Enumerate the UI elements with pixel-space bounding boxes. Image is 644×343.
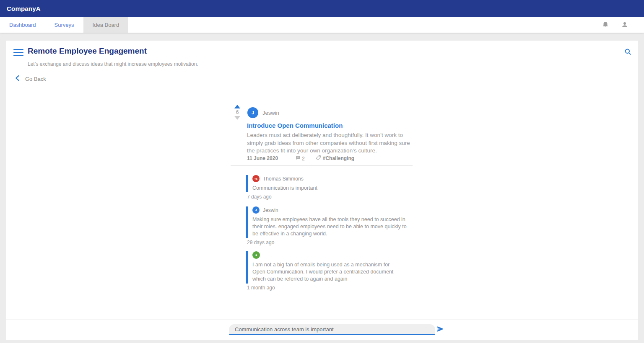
post-date: 11 June 2020 (247, 155, 278, 161)
comment-input[interactable] (229, 324, 435, 335)
tab-surveys[interactable]: Surveys (45, 17, 83, 33)
composer-divider (6, 320, 638, 320)
tag-group: #Challenging (316, 155, 354, 162)
comment-accent-bar (246, 251, 248, 284)
page-title: Remote Employee Engagement (28, 46, 147, 56)
comment-item: TS Thomas Simmons Communication is impor… (246, 175, 415, 192)
page-subtitle: Let’s exchange and discuss ideas that mi… (28, 61, 198, 67)
go-back-label: Go Back (25, 76, 46, 82)
post-meta: 11 June 2020 2 #Challenging (247, 155, 354, 162)
upvote-icon[interactable] (234, 105, 240, 108)
post-divider (231, 165, 413, 166)
top-navbar: CompanyA (0, 0, 644, 17)
comment-accent-bar (246, 175, 248, 192)
person-icon[interactable] (621, 21, 629, 29)
comment-item: J Jeswin Making sure employees have all … (246, 206, 415, 238)
comment-accent-bar (246, 206, 248, 238)
post-author-name: Jeswin (262, 110, 279, 116)
tag-icon (316, 155, 321, 162)
post-author-avatar: J (247, 107, 258, 118)
comment-author: Thomas Simmons (263, 176, 304, 182)
comment-count: 2 (302, 156, 305, 162)
comment-count-group: 2 (295, 155, 305, 162)
post-title[interactable]: Introduce Open Communication (247, 122, 343, 129)
comment-bubble-icon (295, 155, 301, 162)
hamburger-icon[interactable] (13, 49, 23, 58)
comment-avatar: • (252, 251, 260, 259)
comment-timestamp: 1 month ago (247, 285, 275, 291)
comment-text: Making sure employees have all the tools… (246, 216, 409, 237)
brand-logo: CompanyA (7, 5, 41, 12)
vote-count: 6 (236, 109, 239, 115)
send-icon[interactable] (437, 325, 444, 334)
comment-timestamp: 29 days ago (247, 240, 274, 245)
tag-label[interactable]: #Challenging (323, 155, 354, 161)
search-icon[interactable] (623, 47, 632, 56)
vote-widget: 6 (233, 105, 242, 120)
comment-avatar: TS (252, 175, 260, 182)
comment-avatar: J (252, 206, 260, 214)
go-back-button[interactable]: Go Back (14, 75, 46, 83)
chevron-left-icon (14, 75, 21, 83)
post-body: Leaders must act deliberately and though… (247, 132, 414, 155)
downvote-icon[interactable] (234, 116, 240, 120)
comment-text: Communication is important (246, 185, 415, 192)
idea-board-card: Remote Employee Engagement Let’s exchang… (6, 41, 638, 340)
header-divider (6, 86, 638, 86)
comment-text: I am not a big fan of emails being used … (246, 261, 397, 283)
comment-author: Jeswin (263, 207, 278, 213)
tab-bar: Dashboard Surveys Idea Board (0, 17, 644, 33)
comment-item: • I am not a big fan of emails being use… (246, 251, 415, 284)
tab-idea-board[interactable]: Idea Board (83, 17, 129, 33)
tab-dashboard[interactable]: Dashboard (0, 17, 45, 33)
tabbar-actions (601, 17, 644, 33)
comment-timestamp: 7 days ago (247, 194, 272, 200)
bell-icon[interactable] (601, 21, 610, 29)
